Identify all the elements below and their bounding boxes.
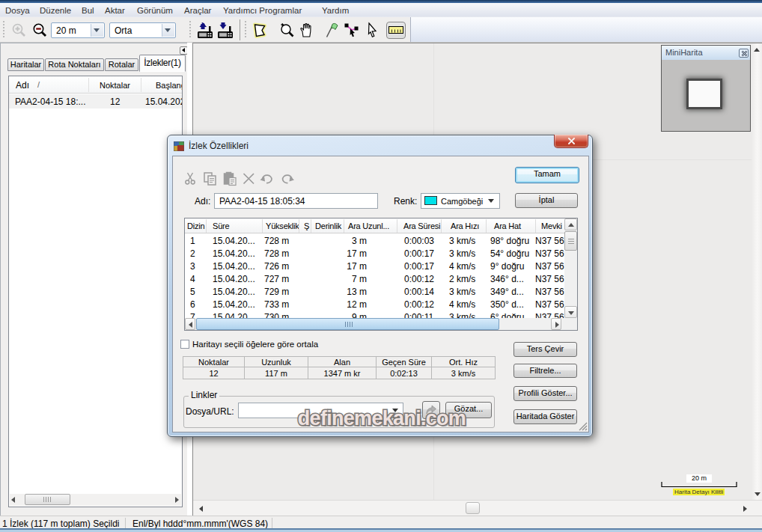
svg-text:definemekani.com: definemekani.com bbox=[298, 407, 466, 429]
